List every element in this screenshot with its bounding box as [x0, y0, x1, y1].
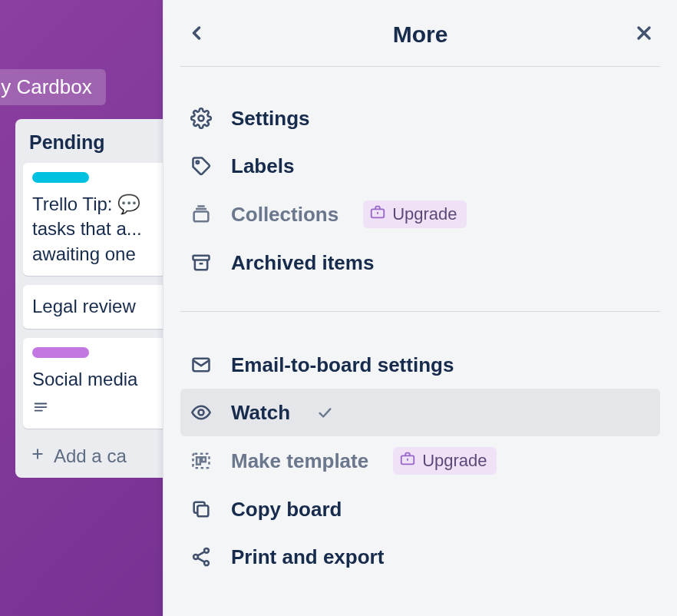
- card[interactable]: Trello Tip: 💬 tasks that a... awaiting o…: [23, 163, 184, 276]
- menu-item-labels[interactable]: Labels: [180, 142, 660, 190]
- menu-label: Email-to-board settings: [231, 353, 454, 377]
- svg-rect-7: [193, 256, 210, 260]
- back-button[interactable]: [180, 18, 213, 51]
- card-label-teal[interactable]: [32, 172, 89, 183]
- svg-point-9: [199, 410, 204, 416]
- share-icon: [190, 545, 213, 568]
- svg-rect-14: [197, 505, 208, 516]
- menu-label: Make template: [231, 449, 368, 473]
- mail-icon: [190, 353, 213, 376]
- close-button[interactable]: [628, 18, 660, 51]
- briefcase-icon: [399, 450, 416, 472]
- add-card-button[interactable]: Add a ca: [23, 438, 184, 470]
- eye-icon: [190, 401, 213, 424]
- card-text: Social media: [32, 367, 175, 392]
- card[interactable]: Social media: [23, 338, 184, 429]
- svg-point-16: [193, 555, 198, 559]
- more-panel: More Settings Labels: [163, 0, 677, 616]
- close-icon: [633, 22, 655, 47]
- card-text: Trello Tip: 💬 tasks that a... awaiting o…: [32, 192, 175, 267]
- svg-rect-2: [35, 410, 43, 412]
- svg-point-15: [204, 548, 209, 553]
- menu-item-watch[interactable]: Watch: [180, 389, 660, 436]
- check-icon: [316, 404, 333, 421]
- menu-label: Print and export: [231, 545, 384, 569]
- panel-title: More: [213, 22, 628, 48]
- svg-rect-5: [194, 212, 209, 222]
- menu-label: Watch: [231, 401, 290, 425]
- upgrade-badge[interactable]: Upgrade: [393, 447, 496, 475]
- list-title[interactable]: Pending: [23, 128, 184, 163]
- svg-point-3: [199, 116, 204, 121]
- menu-label: Copy board: [231, 498, 342, 522]
- svg-rect-1: [35, 406, 48, 408]
- top-button[interactable]: il by Cardbox: [0, 69, 106, 105]
- menu-item-email-settings[interactable]: Email-to-board settings: [180, 341, 660, 389]
- menu-label: Labels: [231, 154, 294, 178]
- copy-icon: [190, 498, 213, 521]
- svg-point-17: [204, 561, 209, 565]
- card-label-purple[interactable]: [32, 347, 89, 358]
- menu-label: Collections: [231, 203, 338, 227]
- menu-label: Archived items: [231, 251, 374, 275]
- description-icon: [32, 399, 49, 419]
- card-text: Legal review: [32, 294, 175, 319]
- template-icon: [190, 449, 213, 472]
- svg-rect-12: [202, 457, 206, 462]
- menu-item-make-template: Make template Upgrade: [180, 436, 660, 485]
- menu-item-settings[interactable]: Settings: [180, 94, 660, 142]
- plus-icon: [29, 445, 46, 467]
- svg-rect-0: [35, 403, 48, 405]
- menu-item-print-export[interactable]: Print and export: [180, 533, 660, 581]
- chevron-left-icon: [186, 22, 207, 47]
- card[interactable]: Legal review: [23, 285, 184, 328]
- menu-item-copy-board[interactable]: Copy board: [180, 485, 660, 533]
- tag-icon: [190, 154, 213, 177]
- upgrade-badge[interactable]: Upgrade: [363, 200, 466, 228]
- menu-item-collections: Collections Upgrade: [180, 190, 660, 239]
- svg-point-4: [196, 161, 200, 164]
- gear-icon: [190, 107, 213, 130]
- svg-rect-11: [196, 457, 200, 464]
- menu-label: Settings: [231, 107, 310, 131]
- stack-icon: [190, 203, 213, 226]
- menu-item-archived[interactable]: Archived items: [180, 239, 660, 286]
- briefcase-icon: [369, 204, 386, 225]
- archive-icon: [190, 251, 213, 274]
